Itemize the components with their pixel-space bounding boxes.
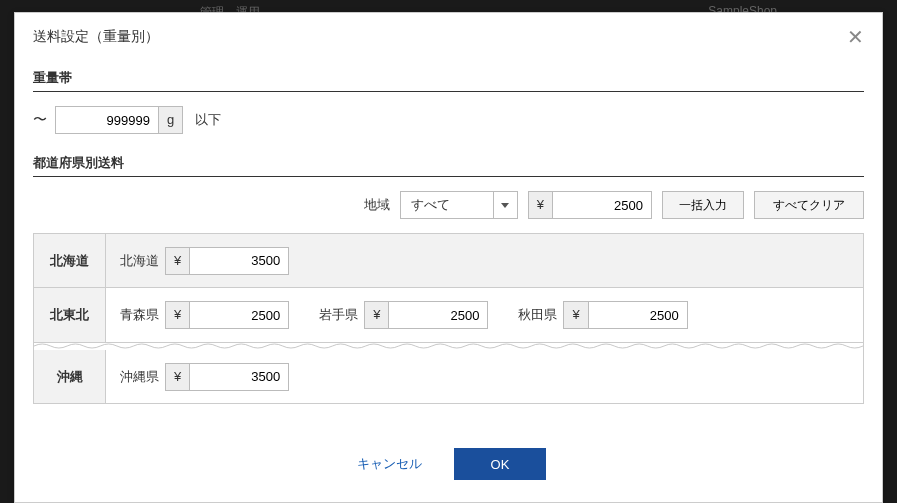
weight-section-label: 重量帯 xyxy=(33,69,864,92)
row-head: 沖縄 xyxy=(34,350,106,403)
shipping-settings-modal: 送料設定（重量別） ✕ 重量帯 〜 g 以下 都道府県別送料 地域 すべて ¥ xyxy=(14,12,883,503)
close-button[interactable]: ✕ xyxy=(847,27,864,47)
torn-edge xyxy=(34,342,863,350)
modal-body: 重量帯 〜 g 以下 都道府県別送料 地域 すべて ¥ 一括入力 すべてクリア xyxy=(15,59,882,430)
pref-name: 北海道 xyxy=(120,252,159,270)
area-label: 地域 xyxy=(364,196,390,214)
yen-prefix: ¥ xyxy=(528,191,552,219)
pref-name: 秋田県 xyxy=(518,306,557,324)
row-head: 北海道 xyxy=(34,234,106,287)
table-row: 沖縄 沖縄県 ¥ xyxy=(34,350,863,404)
weight-unit: g xyxy=(159,106,183,134)
yen-prefix: ¥ xyxy=(165,363,189,391)
pref-group: 青森県 ¥ xyxy=(120,301,289,329)
close-icon: ✕ xyxy=(847,26,864,48)
pref-name: 岩手県 xyxy=(319,306,358,324)
bulk-price-group: ¥ xyxy=(528,191,652,219)
row-body: 北海道 ¥ xyxy=(106,234,863,287)
weight-max-input[interactable] xyxy=(55,106,159,134)
ok-button[interactable]: OK xyxy=(454,448,547,480)
modal-header: 送料設定（重量別） ✕ xyxy=(15,13,882,59)
pref-group: 北海道 ¥ xyxy=(120,247,289,275)
weight-row: 〜 g 以下 xyxy=(33,106,864,134)
pref-price-input[interactable] xyxy=(588,301,688,329)
area-select-caret xyxy=(493,192,517,218)
area-select[interactable]: すべて xyxy=(400,191,518,219)
pref-name: 青森県 xyxy=(120,306,159,324)
pref-price-input[interactable] xyxy=(189,363,289,391)
table-row: 北海道 北海道 ¥ xyxy=(34,234,863,288)
bulk-apply-button[interactable]: 一括入力 xyxy=(662,191,744,219)
bulk-price-input[interactable] xyxy=(552,191,652,219)
weight-tilde: 〜 xyxy=(33,111,49,129)
area-select-value: すべて xyxy=(401,192,493,218)
region-section-label: 都道府県別送料 xyxy=(33,154,864,177)
yen-prefix: ¥ xyxy=(165,247,189,275)
pref-price-input[interactable] xyxy=(388,301,488,329)
pref-name: 沖縄県 xyxy=(120,368,159,386)
pref-price-input[interactable] xyxy=(189,301,289,329)
chevron-down-icon xyxy=(501,203,509,208)
row-head: 北東北 xyxy=(34,288,106,342)
table-row: 北東北 青森県 ¥ 岩手県 ¥ xyxy=(34,288,863,342)
pref-group: 岩手県 ¥ xyxy=(319,301,488,329)
row-body: 青森県 ¥ 岩手県 ¥ 秋田県 xyxy=(106,288,863,342)
row-body: 沖縄県 ¥ xyxy=(106,350,863,403)
modal-footer: キャンセル OK xyxy=(15,430,882,502)
yen-prefix: ¥ xyxy=(165,301,189,329)
clear-all-button[interactable]: すべてクリア xyxy=(754,191,864,219)
yen-prefix: ¥ xyxy=(364,301,388,329)
yen-prefix: ¥ xyxy=(563,301,587,329)
bulk-row: 地域 すべて ¥ 一括入力 すべてクリア xyxy=(33,191,864,219)
pref-group: 沖縄県 ¥ xyxy=(120,363,289,391)
modal-title: 送料設定（重量別） xyxy=(33,28,159,46)
pref-group: 秋田県 ¥ xyxy=(518,301,687,329)
cancel-button[interactable]: キャンセル xyxy=(351,454,428,474)
shipping-table: 北海道 北海道 ¥ 北東北 青森県 xyxy=(33,233,864,404)
pref-price-input[interactable] xyxy=(189,247,289,275)
weight-suffix: 以下 xyxy=(195,111,221,129)
